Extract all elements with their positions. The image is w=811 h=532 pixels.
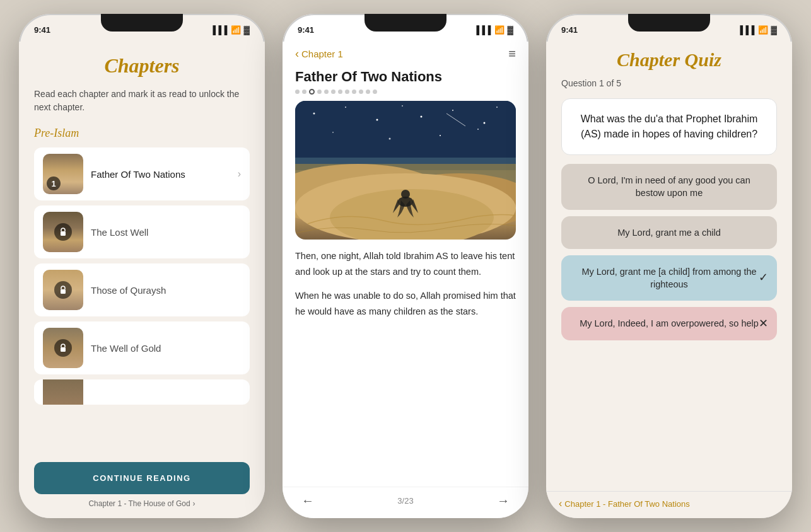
dot-4 bbox=[317, 90, 322, 94]
continue-chevron-icon: › bbox=[193, 499, 195, 508]
svg-point-13 bbox=[332, 132, 334, 133]
chapter-item-3: Those of Quraysh bbox=[34, 263, 250, 316]
chapter-thumb-2 bbox=[43, 212, 83, 252]
correct-icon: ✓ bbox=[759, 270, 768, 286]
signal-icon: ▐▐▐ bbox=[210, 25, 228, 35]
option-1-text: O Lord, I'm in need of any good you can … bbox=[588, 175, 750, 198]
lock-icon-2 bbox=[59, 227, 67, 237]
reader-nav: ← 3/23 → bbox=[283, 487, 528, 518]
status-icons: ▐▐▐ 📶 ▓ bbox=[210, 25, 250, 35]
dot-2 bbox=[302, 90, 306, 94]
battery-icon: ▓ bbox=[508, 25, 513, 35]
continue-reading-button[interactable]: CONTINUE READING bbox=[34, 462, 250, 494]
chapter-thumb-1: 1 bbox=[43, 154, 83, 194]
thumb-image-5 bbox=[43, 379, 83, 405]
reader-chapter-title: Father Of Two Nations bbox=[283, 66, 528, 89]
dot-6 bbox=[331, 90, 335, 94]
notch bbox=[628, 14, 710, 32]
quiz-progress: Question 1 of 5 bbox=[561, 78, 777, 88]
menu-icon[interactable]: ≡ bbox=[508, 47, 516, 61]
chapter-item-1[interactable]: 1 Father Of Two Nations › bbox=[34, 147, 250, 200]
lock-icon-4 bbox=[59, 343, 67, 353]
chapter-arrow-1: › bbox=[238, 168, 241, 180]
svg-point-7 bbox=[376, 119, 378, 121]
svg-point-9 bbox=[421, 116, 423, 118]
footer-chevron-icon: ‹ bbox=[559, 498, 562, 509]
phone-chapters: 9:41 ▐▐▐ 📶 ▓ Chapters Read each chapter … bbox=[19, 14, 265, 518]
dot-7 bbox=[338, 90, 342, 94]
back-chevron-icon: ‹ bbox=[295, 47, 299, 61]
dot-11 bbox=[366, 90, 370, 94]
dot-5 bbox=[324, 90, 329, 94]
lock-badge-2 bbox=[54, 223, 72, 241]
next-arrow-icon[interactable]: → bbox=[497, 494, 510, 508]
option-2-text: My Lord, grant me a child bbox=[617, 228, 721, 238]
chapters-title: Chapters bbox=[34, 54, 250, 78]
chapter-illustration bbox=[295, 101, 516, 240]
notch bbox=[101, 14, 183, 32]
chapter-name-1: Father Of Two Nations bbox=[91, 169, 230, 180]
option-3-text: My Lord, grant me [a child] from among t… bbox=[581, 267, 756, 289]
quiz-option-4-wrong[interactable]: My Lord, Indeed, I am overpowered, so he… bbox=[561, 307, 777, 340]
illustration-svg bbox=[295, 101, 516, 240]
chapters-subtitle: Read each chapter and mark it as read to… bbox=[34, 88, 250, 114]
quiz-option-3-correct[interactable]: My Lord, grant me [a child] from among t… bbox=[561, 255, 777, 301]
back-button[interactable]: ‹ Chapter 1 bbox=[295, 47, 343, 61]
chapter-item-5 bbox=[34, 379, 250, 405]
quiz-title: Chapter Quiz bbox=[561, 49, 777, 71]
quiz-options: O Lord, I'm in need of any good you can … bbox=[561, 164, 777, 340]
chapter-thumb-3 bbox=[43, 270, 83, 310]
time: 9:41 bbox=[561, 25, 578, 35]
lock-icon-3 bbox=[59, 285, 67, 295]
footer-label: Chapter 1 - Father Of Two Nations bbox=[564, 499, 689, 509]
paragraph-1: Then, one night, Allah told Ibrahim AS t… bbox=[295, 248, 516, 279]
svg-point-8 bbox=[402, 105, 403, 107]
lock-badge-3 bbox=[54, 281, 72, 299]
wifi-icon: 📶 bbox=[231, 25, 241, 35]
status-icons: ▐▐▐ 📶 ▓ bbox=[737, 25, 777, 35]
time: 9:41 bbox=[298, 25, 314, 35]
phone-reader: 9:41 ▐▐▐ 📶 ▓ ‹ Chapter 1 ≡ Father Of Two… bbox=[283, 14, 528, 518]
time: 9:41 bbox=[34, 25, 50, 35]
svg-rect-2 bbox=[61, 347, 66, 352]
continue-sub-label: Chapter 1 - The House of God › bbox=[19, 499, 265, 518]
status-icons: ▐▐▐ 📶 ▓ bbox=[474, 25, 513, 35]
wrong-icon: ✕ bbox=[759, 316, 768, 332]
dot-10 bbox=[359, 90, 363, 94]
svg-point-11 bbox=[484, 122, 486, 124]
chapter-thumb-5 bbox=[43, 379, 83, 405]
svg-point-12 bbox=[496, 107, 498, 108]
prev-arrow-icon[interactable]: ← bbox=[301, 494, 314, 508]
quiz-footer[interactable]: ‹ Chapter 1 - Father Of Two Nations bbox=[546, 491, 792, 518]
progress-dots bbox=[283, 89, 528, 101]
paragraph-2: When he was unable to do so, Allah promi… bbox=[295, 288, 516, 319]
phone-quiz: 9:41 ▐▐▐ 📶 ▓ Chapter Quiz Question 1 of … bbox=[546, 14, 792, 518]
chapter-list: 1 Father Of Two Nations › bbox=[34, 147, 250, 405]
svg-point-15 bbox=[440, 135, 441, 136]
page-indicator: 3/23 bbox=[397, 496, 413, 506]
svg-point-10 bbox=[452, 110, 453, 111]
chapter-name-2: The Lost Well bbox=[91, 227, 241, 238]
quiz-option-2[interactable]: My Lord, grant me a child bbox=[561, 216, 777, 249]
dot-9 bbox=[352, 90, 356, 94]
svg-point-14 bbox=[389, 138, 391, 140]
dot-1 bbox=[295, 90, 300, 94]
battery-icon: ▓ bbox=[244, 25, 250, 35]
chapter-back-label: Chapter 1 bbox=[301, 49, 343, 59]
notch bbox=[365, 14, 446, 32]
signal-icon: ▐▐▐ bbox=[737, 25, 755, 35]
svg-point-24 bbox=[401, 190, 410, 199]
reader-header: ‹ Chapter 1 ≡ bbox=[283, 42, 528, 66]
dot-8 bbox=[345, 90, 349, 94]
dot-3-active bbox=[309, 89, 315, 95]
option-4-text: My Lord, Indeed, I am overpowered, so he… bbox=[580, 318, 759, 328]
chapter-item-2: The Lost Well bbox=[34, 205, 250, 258]
chapter-item-4: The Well of Gold bbox=[34, 321, 250, 374]
section-label: Pre-Islam bbox=[34, 127, 250, 140]
chapter-name-4: The Well of Gold bbox=[91, 343, 241, 354]
signal-icon: ▐▐▐ bbox=[474, 25, 491, 35]
svg-rect-0 bbox=[61, 231, 66, 236]
chapter-num-badge-1: 1 bbox=[47, 176, 61, 190]
wifi-icon: 📶 bbox=[494, 25, 505, 35]
quiz-option-1[interactable]: O Lord, I'm in need of any good you can … bbox=[561, 164, 777, 210]
